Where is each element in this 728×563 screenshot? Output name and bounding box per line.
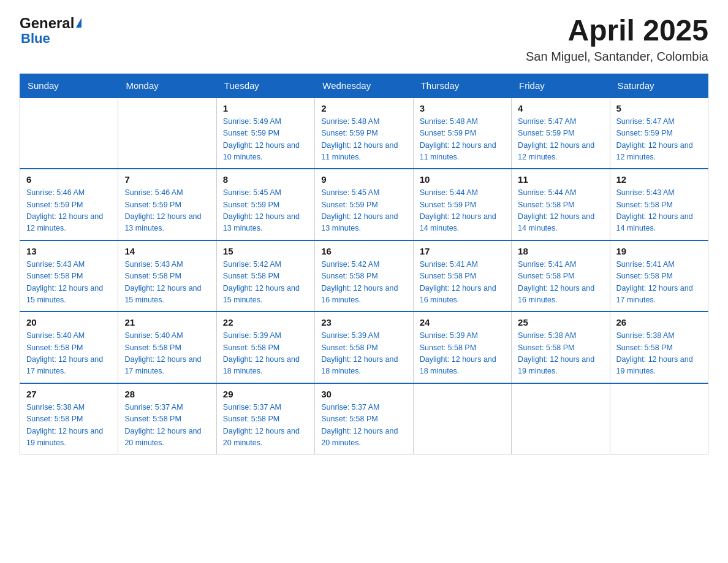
weekday-header-sunday: Sunday — [20, 74, 118, 98]
day-number: 6 — [26, 174, 112, 185]
logo-blue-text: Blue — [21, 32, 50, 45]
weekday-header-monday: Monday — [118, 74, 216, 98]
calendar-cell: 5Sunrise: 5:47 AMSunset: 5:59 PMDaylight… — [610, 98, 708, 169]
day-info: Sunrise: 5:40 AMSunset: 5:58 PMDaylight:… — [124, 330, 210, 378]
week-row-4: 20Sunrise: 5:40 AMSunset: 5:58 PMDayligh… — [20, 312, 708, 383]
day-info: Sunrise: 5:42 AMSunset: 5:58 PMDaylight:… — [321, 259, 406, 307]
day-info: Sunrise: 5:39 AMSunset: 5:58 PMDaylight:… — [223, 330, 308, 378]
day-number: 17 — [420, 246, 505, 256]
location-title: San Miguel, Santander, Colombia — [526, 50, 708, 64]
calendar-cell: 10Sunrise: 5:44 AMSunset: 5:59 PMDayligh… — [413, 169, 511, 240]
calendar-cell — [610, 383, 708, 454]
calendar-cell: 2Sunrise: 5:48 AMSunset: 5:59 PMDaylight… — [315, 98, 413, 169]
day-info: Sunrise: 5:45 AMSunset: 5:59 PMDaylight:… — [321, 187, 406, 235]
weekday-header-saturday: Saturday — [610, 74, 708, 98]
day-number: 29 — [223, 389, 308, 399]
calendar-cell: 16Sunrise: 5:42 AMSunset: 5:58 PMDayligh… — [315, 240, 413, 312]
day-info: Sunrise: 5:37 AMSunset: 5:58 PMDaylight:… — [321, 402, 406, 450]
calendar-cell: 24Sunrise: 5:39 AMSunset: 5:58 PMDayligh… — [413, 312, 511, 383]
day-info: Sunrise: 5:38 AMSunset: 5:58 PMDaylight:… — [518, 330, 603, 378]
day-number: 4 — [518, 103, 603, 113]
day-number: 7 — [124, 174, 210, 185]
logo: General Blue — [20, 15, 82, 45]
day-number: 13 — [26, 246, 112, 256]
header: General Blue April 2025 San Miguel, Sant… — [20, 15, 708, 64]
calendar-cell — [413, 383, 511, 454]
calendar-cell: 20Sunrise: 5:40 AMSunset: 5:58 PMDayligh… — [20, 312, 118, 383]
week-row-3: 13Sunrise: 5:43 AMSunset: 5:58 PMDayligh… — [20, 240, 708, 312]
weekday-header-thursday: Thursday — [413, 74, 511, 98]
day-info: Sunrise: 5:37 AMSunset: 5:58 PMDaylight:… — [223, 402, 308, 450]
calendar-cell: 11Sunrise: 5:44 AMSunset: 5:58 PMDayligh… — [512, 169, 610, 240]
calendar-cell: 23Sunrise: 5:39 AMSunset: 5:58 PMDayligh… — [315, 312, 413, 383]
calendar-table: SundayMondayTuesdayWednesdayThursdayFrid… — [20, 74, 708, 455]
calendar-cell: 3Sunrise: 5:48 AMSunset: 5:59 PMDaylight… — [413, 98, 511, 169]
day-number: 26 — [616, 317, 702, 327]
day-number: 3 — [420, 103, 505, 113]
day-info: Sunrise: 5:41 AMSunset: 5:58 PMDaylight:… — [420, 259, 505, 307]
calendar-cell: 27Sunrise: 5:38 AMSunset: 5:58 PMDayligh… — [20, 383, 118, 454]
day-info: Sunrise: 5:45 AMSunset: 5:59 PMDaylight:… — [223, 187, 308, 235]
day-number: 28 — [124, 389, 210, 399]
day-number: 12 — [616, 174, 702, 185]
day-info: Sunrise: 5:44 AMSunset: 5:59 PMDaylight:… — [420, 187, 505, 235]
day-info: Sunrise: 5:43 AMSunset: 5:58 PMDaylight:… — [26, 259, 112, 307]
calendar-cell: 21Sunrise: 5:40 AMSunset: 5:58 PMDayligh… — [118, 312, 216, 383]
logo-triangle-icon — [76, 18, 82, 28]
day-number: 22 — [223, 317, 308, 327]
day-info: Sunrise: 5:47 AMSunset: 5:59 PMDaylight:… — [518, 116, 603, 164]
calendar-cell: 22Sunrise: 5:39 AMSunset: 5:58 PMDayligh… — [216, 312, 314, 383]
calendar-cell: 15Sunrise: 5:42 AMSunset: 5:58 PMDayligh… — [216, 240, 314, 312]
weekday-header-wednesday: Wednesday — [315, 74, 413, 98]
day-info: Sunrise: 5:44 AMSunset: 5:58 PMDaylight:… — [518, 187, 603, 235]
day-info: Sunrise: 5:43 AMSunset: 5:58 PMDaylight:… — [124, 259, 210, 307]
calendar-cell: 13Sunrise: 5:43 AMSunset: 5:58 PMDayligh… — [20, 240, 118, 312]
day-info: Sunrise: 5:42 AMSunset: 5:58 PMDaylight:… — [223, 259, 308, 307]
day-info: Sunrise: 5:38 AMSunset: 5:58 PMDaylight:… — [26, 402, 112, 450]
week-row-2: 6Sunrise: 5:46 AMSunset: 5:59 PMDaylight… — [20, 169, 708, 240]
day-info: Sunrise: 5:46 AMSunset: 5:59 PMDaylight:… — [26, 187, 112, 235]
day-info: Sunrise: 5:37 AMSunset: 5:58 PMDaylight:… — [124, 402, 210, 450]
calendar-cell: 7Sunrise: 5:46 AMSunset: 5:59 PMDaylight… — [118, 169, 216, 240]
week-row-1: 1Sunrise: 5:49 AMSunset: 5:59 PMDaylight… — [20, 98, 708, 169]
day-number: 1 — [223, 103, 308, 113]
calendar-cell: 25Sunrise: 5:38 AMSunset: 5:58 PMDayligh… — [512, 312, 610, 383]
calendar-cell: 14Sunrise: 5:43 AMSunset: 5:58 PMDayligh… — [118, 240, 216, 312]
calendar-cell: 29Sunrise: 5:37 AMSunset: 5:58 PMDayligh… — [216, 383, 314, 454]
calendar-cell: 6Sunrise: 5:46 AMSunset: 5:59 PMDaylight… — [20, 169, 118, 240]
calendar-cell: 26Sunrise: 5:38 AMSunset: 5:58 PMDayligh… — [610, 312, 708, 383]
calendar-cell — [118, 98, 216, 169]
calendar-cell: 30Sunrise: 5:37 AMSunset: 5:58 PMDayligh… — [315, 383, 413, 454]
calendar-cell: 12Sunrise: 5:43 AMSunset: 5:58 PMDayligh… — [610, 169, 708, 240]
day-number: 30 — [321, 389, 406, 399]
weekday-header-friday: Friday — [512, 74, 610, 98]
title-area: April 2025 San Miguel, Santander, Colomb… — [526, 15, 708, 64]
day-number: 5 — [616, 103, 702, 113]
calendar-cell: 19Sunrise: 5:41 AMSunset: 5:58 PMDayligh… — [610, 240, 708, 312]
day-info: Sunrise: 5:47 AMSunset: 5:59 PMDaylight:… — [616, 116, 702, 164]
day-number: 9 — [321, 174, 406, 185]
calendar-cell — [512, 383, 610, 454]
day-number: 2 — [321, 103, 406, 113]
day-info: Sunrise: 5:43 AMSunset: 5:58 PMDaylight:… — [616, 187, 702, 235]
day-number: 10 — [420, 174, 505, 185]
calendar-cell: 28Sunrise: 5:37 AMSunset: 5:58 PMDayligh… — [118, 383, 216, 454]
calendar-cell: 18Sunrise: 5:41 AMSunset: 5:58 PMDayligh… — [512, 240, 610, 312]
day-number: 24 — [420, 317, 505, 327]
day-number: 15 — [223, 246, 308, 256]
day-number: 20 — [26, 317, 112, 327]
day-number: 21 — [124, 317, 210, 327]
day-info: Sunrise: 5:48 AMSunset: 5:59 PMDaylight:… — [321, 116, 406, 164]
day-number: 27 — [26, 389, 112, 399]
day-info: Sunrise: 5:38 AMSunset: 5:58 PMDaylight:… — [616, 330, 702, 378]
week-row-5: 27Sunrise: 5:38 AMSunset: 5:58 PMDayligh… — [20, 383, 708, 454]
day-info: Sunrise: 5:48 AMSunset: 5:59 PMDaylight:… — [420, 116, 505, 164]
calendar-cell: 17Sunrise: 5:41 AMSunset: 5:58 PMDayligh… — [413, 240, 511, 312]
day-number: 14 — [124, 246, 210, 256]
month-title: April 2025 — [526, 15, 708, 47]
weekday-header-tuesday: Tuesday — [216, 74, 314, 98]
calendar-cell: 8Sunrise: 5:45 AMSunset: 5:59 PMDaylight… — [216, 169, 314, 240]
calendar-cell: 9Sunrise: 5:45 AMSunset: 5:59 PMDaylight… — [315, 169, 413, 240]
day-number: 16 — [321, 246, 406, 256]
day-info: Sunrise: 5:49 AMSunset: 5:59 PMDaylight:… — [223, 116, 308, 164]
